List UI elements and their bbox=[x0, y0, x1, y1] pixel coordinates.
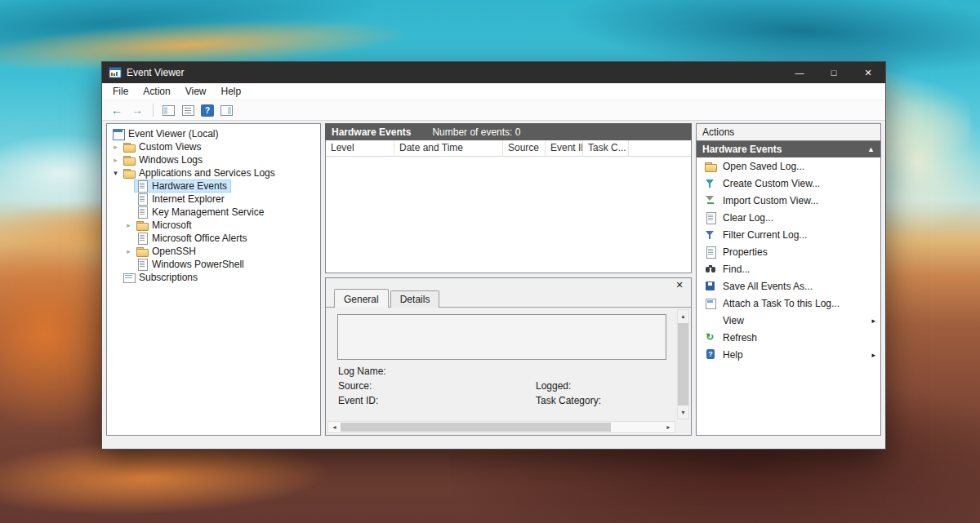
actions-section-header[interactable]: Hardware Events ▲ bbox=[697, 141, 880, 157]
tree-item-label: Key Management Service bbox=[152, 206, 264, 218]
action-refresh[interactable]: Refresh bbox=[697, 329, 880, 346]
open-saved-log-icon bbox=[704, 161, 717, 172]
action-label: Attach a Task To this Log... bbox=[723, 298, 840, 309]
action-label: Properties bbox=[723, 246, 768, 258]
show-hide-action-pane-icon[interactable] bbox=[220, 104, 234, 117]
column-header-source[interactable]: Source bbox=[503, 140, 546, 156]
action-filter-current-log[interactable]: Filter Current Log... bbox=[697, 226, 880, 243]
action-attach-a-task-to-this-log[interactable]: Attach a Task To this Log... bbox=[697, 295, 880, 312]
tree-item-inner: Internet Explorer bbox=[134, 193, 229, 206]
tree-item-hardware-events[interactable]: Hardware Events bbox=[107, 180, 320, 193]
column-header-event-id[interactable]: Event ID bbox=[546, 140, 583, 156]
horizontal-scroll-track[interactable] bbox=[341, 422, 662, 432]
column-header-task-c[interactable]: Task C... bbox=[583, 140, 629, 156]
preview-close-icon[interactable]: ✕ bbox=[673, 280, 686, 290]
log-icon bbox=[136, 180, 149, 192]
event-viewer-app-icon bbox=[109, 66, 122, 79]
collapse-section-icon[interactable]: ▲ bbox=[867, 145, 875, 153]
scroll-left-icon[interactable]: ◄ bbox=[328, 421, 341, 433]
tree-item-label: Windows PowerShell bbox=[152, 259, 244, 270]
tree-item-inner: Microsoft Office Alerts bbox=[134, 232, 251, 245]
scroll-down-icon[interactable]: ▼ bbox=[677, 406, 689, 419]
forward-icon[interactable]: → bbox=[130, 104, 145, 116]
action-find[interactable]: Find... bbox=[697, 260, 880, 277]
action-help[interactable]: Help▸ bbox=[697, 346, 880, 363]
field-label-log-name: Log Name: bbox=[338, 366, 386, 377]
field-row: Source:Logged: bbox=[338, 380, 655, 395]
action-create-custom-view[interactable]: Create Custom View... bbox=[697, 175, 880, 192]
tree-item-subscriptions[interactable]: Subscriptions bbox=[107, 271, 320, 284]
event-fields: Log Name:Source:Logged:Event ID:Task Cat… bbox=[338, 366, 655, 410]
log-icon bbox=[136, 259, 149, 270]
action-label: Import Custom View... bbox=[723, 195, 818, 206]
menu-action[interactable]: Action bbox=[136, 83, 177, 100]
preview-tabs: GeneralDetails bbox=[334, 290, 441, 308]
find-icon bbox=[704, 264, 717, 275]
action-view[interactable]: View▸ bbox=[697, 312, 880, 329]
events-list: LevelDate and TimeSourceEvent IDTask C..… bbox=[325, 140, 692, 273]
minimize-icon[interactable]: — bbox=[782, 62, 817, 83]
maximize-icon[interactable]: □ bbox=[817, 62, 851, 83]
tree-item-openssh[interactable]: ▸OpenSSH bbox=[107, 245, 320, 258]
expand-arrow-icon[interactable]: ▸ bbox=[123, 219, 134, 232]
events-empty-area[interactable] bbox=[326, 157, 691, 273]
preview-vertical-scrollbar[interactable]: ▲ ▼ bbox=[677, 309, 689, 419]
tab-general[interactable]: General bbox=[334, 289, 389, 308]
tree-item-event-viewer-local[interactable]: Event Viewer (Local) bbox=[107, 127, 320, 140]
help-toolbar-icon[interactable]: ? bbox=[201, 104, 214, 117]
menu-view[interactable]: View bbox=[178, 83, 214, 100]
log-icon bbox=[136, 193, 149, 205]
action-clear-log[interactable]: Clear Log... bbox=[697, 209, 880, 226]
action-import-custom-view[interactable]: Import Custom View... bbox=[697, 192, 880, 209]
back-icon[interactable]: ← bbox=[109, 104, 124, 116]
tree-item-windows-logs[interactable]: ▸Windows Logs bbox=[107, 153, 320, 166]
properties-toolbar-icon[interactable] bbox=[181, 104, 195, 117]
tab-details[interactable]: Details bbox=[390, 290, 440, 308]
tree-item-internet-explorer[interactable]: Internet Explorer bbox=[107, 193, 320, 206]
field-label-logged: Logged: bbox=[536, 380, 571, 392]
action-properties[interactable]: Properties bbox=[697, 243, 880, 260]
tree-item-label: Custom Views bbox=[139, 141, 201, 153]
none-icon bbox=[704, 315, 717, 326]
preview-horizontal-scrollbar[interactable]: ◄ ► bbox=[327, 421, 675, 433]
action-label: Filter Current Log... bbox=[723, 229, 807, 241]
tree-item-custom-views[interactable]: ▸Custom Views bbox=[107, 140, 320, 153]
tree-item-key-management-service[interactable]: Key Management Service bbox=[107, 206, 320, 219]
collapse-arrow-icon[interactable]: ▾ bbox=[110, 166, 121, 180]
tree-item-inner: Subscriptions bbox=[121, 271, 202, 284]
actions-pane: Actions Hardware Events ▲ Open Saved Log… bbox=[696, 123, 881, 436]
tree-item-microsoft[interactable]: ▸Microsoft bbox=[107, 219, 320, 232]
field-row: Log Name: bbox=[338, 366, 655, 380]
actions-pane-title: Actions bbox=[696, 123, 881, 140]
expand-arrow-icon[interactable]: ▸ bbox=[110, 153, 121, 166]
actions-list: Open Saved Log...Create Custom View...Im… bbox=[697, 157, 880, 363]
tree-item-label: Hardware Events bbox=[152, 180, 227, 192]
show-hide-console-tree-icon[interactable] bbox=[162, 104, 176, 117]
event-viewer-window: Event Viewer — □ ✕ FileActionViewHelp ← … bbox=[101, 61, 886, 450]
title-bar[interactable]: Event Viewer — □ ✕ bbox=[102, 62, 885, 83]
tree-item-microsoft-office-alerts[interactable]: Microsoft Office Alerts bbox=[107, 232, 320, 245]
attach-task-icon bbox=[704, 298, 717, 309]
tree-item-inner: Microsoft bbox=[134, 219, 196, 232]
tree-item-label: OpenSSH bbox=[152, 246, 196, 257]
tree-item-applications-and-services-logs[interactable]: ▾Applications and Services Logs bbox=[107, 166, 320, 180]
action-open-saved-log[interactable]: Open Saved Log... bbox=[697, 157, 880, 175]
horizontal-scroll-thumb[interactable] bbox=[341, 423, 611, 432]
expand-arrow-icon[interactable]: ▸ bbox=[123, 245, 134, 258]
actions-box: Hardware Events ▲ Open Saved Log...Creat… bbox=[696, 140, 881, 436]
menu-file[interactable]: File bbox=[105, 83, 136, 100]
expand-arrow-icon[interactable]: ▸ bbox=[110, 140, 121, 153]
close-icon[interactable]: ✕ bbox=[851, 62, 885, 83]
scroll-right-icon[interactable]: ► bbox=[662, 421, 675, 433]
subscriptions-icon bbox=[122, 272, 136, 283]
tree-item-windows-powershell[interactable]: Windows PowerShell bbox=[107, 258, 320, 271]
menu-bar: FileActionViewHelp bbox=[102, 83, 885, 100]
tree-item-label: Internet Explorer bbox=[152, 193, 225, 205]
vertical-scroll-thumb[interactable] bbox=[678, 323, 688, 406]
column-header-level[interactable]: Level bbox=[326, 140, 394, 156]
scroll-up-icon[interactable]: ▲ bbox=[677, 310, 689, 322]
column-header-date-and-time[interactable]: Date and Time bbox=[394, 140, 503, 156]
action-save-all-events-as[interactable]: Save All Events As... bbox=[697, 277, 880, 295]
menu-help[interactable]: Help bbox=[214, 83, 249, 100]
tree-item-label: Microsoft bbox=[152, 219, 192, 231]
